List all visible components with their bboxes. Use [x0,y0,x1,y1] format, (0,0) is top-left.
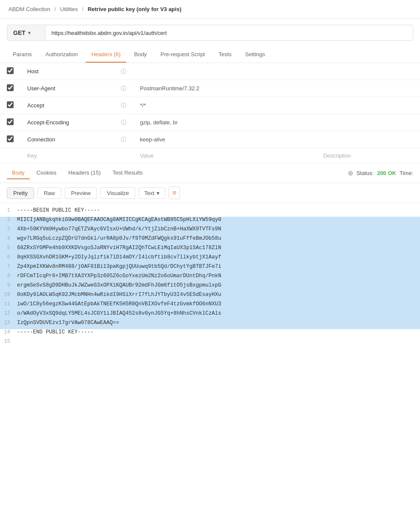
chevron-down-icon: ▾ [28,30,31,36]
wrap-button[interactable]: ≡ [169,187,180,199]
breadcrumb-separator-2: / [82,6,85,12]
header-desc-placeholder: Description [316,148,420,164]
code-line: 12 o/WAdOyV3xSQ9dqLY5MEL4sJCGY1iJBIAQ452… [0,310,420,320]
line-content: iwO/1C8y56egzKSw44GAtEpbAkTNEEfK5H5R0QnV… [17,301,420,307]
code-line: 5 68ZRxSYGMPe4hb9XXKDVsgoSJaRNYviH7RgAI2… [0,245,420,254]
line-content: o/WAdOyV3xSQ9dqLY5MEL4sJCGY1iJBIAQ452s8v… [17,310,420,316]
tab-cookies[interactable]: Cookies [31,167,62,179]
code-line: 14 -----END PUBLIC KEY----- [0,329,420,339]
code-line: 10 0oKDy9lAOLWSqK92JMcbMNHn4wRikdI9HSiXr… [0,292,420,301]
status-code: 200 OK [377,170,396,176]
format-type-select[interactable]: Text ▾ [139,187,165,199]
header-checkbox[interactable] [7,101,14,108]
line-content: wgv7LRGq5uLczpZQDrU7dnGkl/urRA8p0Jv/f8T0… [17,235,420,241]
tab-tests[interactable]: Tests [213,47,237,63]
breadcrumb-separator-1: / [54,6,57,12]
code-line: 2 MIICIjANBgkqhkiG9w0BAQEFAAOCAg8AMIICCg… [0,217,420,226]
status-bar: ⊕ Status: 200 OK Time: [348,169,413,177]
line-content: Zp4XpmIXKWv8nRM488/jOAF81Bi13paKgpjQUUuw… [17,264,420,270]
line-content: IzQpnSVDUVEzv17grVAw078CAwEAAQ== [17,320,420,326]
breadcrumb-collection[interactable]: ABDM Collection [9,6,50,12]
format-toolbar: Pretty Raw Preview Visualize Text ▾ ≡ [0,183,420,203]
format-preview-button[interactable]: Preview [65,187,97,199]
header-key-placeholder[interactable]: Key [20,148,114,164]
info-icon[interactable]: ⓘ [121,68,126,75]
tab-params[interactable]: Params [7,47,38,63]
tab-body[interactable]: Body [128,47,153,63]
code-line: 13 IzQpnSVDUVEzv17grVAw078CAwEAAQ== [0,320,420,329]
info-icon[interactable]: ⓘ [121,119,126,126]
method-select[interactable]: GET ▾ [7,25,46,40]
table-row: Host ⓘ [0,63,420,80]
tab-headers-response[interactable]: Headers (15) [63,167,106,179]
line-content: -----BEGIN PUBLIC KEY----- [17,207,420,213]
globe-icon: ⊕ [348,169,353,177]
line-number: 10 [0,292,17,298]
header-key: Host [20,63,114,80]
code-line: 6 8qHXSSGXvhDR1GKM+y2DIyJqlzfik7lD14mDY/… [0,254,420,264]
request-bar: GET ▾ [7,25,413,41]
format-raw-button[interactable]: Raw [37,187,61,199]
header-value: keep-alive [133,131,316,148]
header-checkbox[interactable] [7,118,14,125]
line-number: 15 [0,339,17,344]
header-key: Accept [20,97,114,114]
code-line: 3 4Xb+59KYVm9Hywbo77qETZVAyc6VIsxU+UWhd/… [0,226,420,235]
tab-pre-request-script[interactable]: Pre-request Script [154,47,211,63]
line-content: 8qHXSSGXvhDR1GKM+y2DIyJqlzfik7lD14mDY/I4… [17,254,420,260]
header-value: */* [133,97,316,114]
line-content: MIICIjANBgkqhkiG9w0BAQEFAAOCAg8AMIICCgKC… [17,217,420,223]
header-value: PostmanRuntime/7.32.2 [133,80,316,97]
format-type-label: Text [144,190,154,196]
line-number: 4 [0,235,17,241]
info-icon[interactable]: ⓘ [121,136,126,143]
code-block: 1 -----BEGIN PUBLIC KEY----- 2 MIICIjANB… [0,203,420,352]
tab-settings[interactable]: Settings [239,47,271,63]
status-text: Status: [357,170,374,176]
format-pretty-button[interactable]: Pretty [7,187,34,199]
tab-body-response[interactable]: Body [7,167,30,179]
line-number: 6 [0,254,17,260]
line-number: 1 [0,207,17,213]
body-tabs: Body Cookies Headers (15) Test Results ⊕… [0,164,420,183]
header-value: gzip, deflate, br [133,114,316,131]
body-section: Body Cookies Headers (15) Test Results ⊕… [0,164,420,352]
table-row: User-Agent ⓘ PostmanRuntime/7.32.2 [0,80,420,97]
line-number: 3 [0,226,17,232]
header-checkbox[interactable] [7,67,14,74]
tab-authorization[interactable]: Authorization [40,47,84,63]
chevron-down-icon: ▾ [157,190,160,196]
info-icon[interactable]: ⓘ [121,102,126,109]
line-number: 12 [0,310,17,316]
table-row: Connection ⓘ keep-alive [0,131,420,148]
tab-test-results[interactable]: Test Results [107,167,148,179]
format-visualize-button[interactable]: Visualize [100,187,135,199]
line-content: 0oKDy9lAOLWSqK92JMcbMNHn4wRikdI9HSiXrrI7… [17,292,420,298]
code-line: 1 -----BEGIN PUBLIC KEY----- [0,207,420,217]
header-key: Connection [20,131,114,148]
header-value [133,63,316,80]
breadcrumb-current: Retrive public key (only for V3 apis) [88,6,181,12]
line-content: -----END PUBLIC KEY----- [17,329,420,335]
line-content: 4Xb+59KYVm9Hywbo77qETZVAyc6VIsxU+UWhd/k/… [17,226,420,232]
url-input[interactable] [46,26,413,40]
code-line: 4 wgv7LRGq5uLczpZQDrU7dnGkl/urRA8p0Jv/f8… [0,235,420,245]
line-number: 14 [0,329,17,335]
tab-headers[interactable]: Headers (6) [86,47,127,63]
header-value-placeholder[interactable]: Value [133,148,316,164]
headers-table: Host ⓘ User-Agent ⓘ PostmanRuntime/7.32.… [0,63,420,164]
code-line: 8 rDFCmTIcqPr8+IMB7tXA3YXPp3z605Z6cGoYxe… [0,273,420,282]
time-label: Time: [400,170,413,176]
header-checkbox[interactable] [7,84,14,91]
line-number: 11 [0,301,17,307]
header-checkbox[interactable] [7,135,14,142]
line-content: ergmSeSvS8gD9DHBuJkJWZweG3xOPXiKQAUBr92m… [17,282,420,288]
table-row-empty: Key Value Description [0,148,420,164]
line-content: 68ZRxSYGMPe4hb9XXKDVsgoSJaRNYviH7RgAI2Qh… [17,245,420,251]
line-content: rDFCmTIcqPr8+IMB7tXA3YXPp3z605Z6cGoYxezU… [17,273,420,279]
info-icon[interactable]: ⓘ [121,85,126,92]
line-number: 2 [0,217,17,223]
line-number: 9 [0,282,17,288]
breadcrumb-utilities[interactable]: Utilities [60,6,78,12]
line-number: 7 [0,264,17,270]
